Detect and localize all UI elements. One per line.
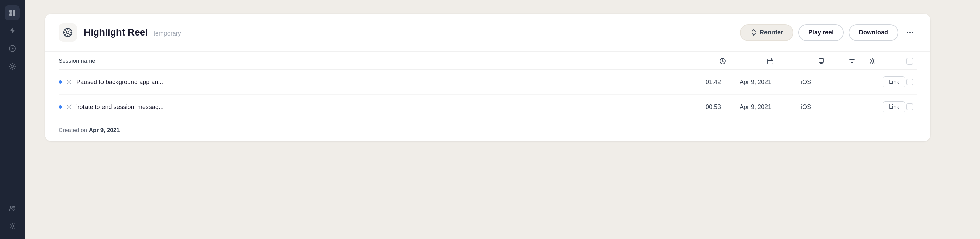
col-header-duration[interactable] (706, 58, 740, 64)
page-badge: temporary (154, 30, 181, 37)
svg-point-11 (67, 28, 68, 30)
more-options-button[interactable] (903, 26, 917, 39)
col-header-date[interactable] (740, 58, 801, 64)
row1-checkbox[interactable] (907, 79, 913, 85)
reel-icon (62, 27, 73, 38)
table-header-row: Session name (59, 51, 917, 70)
header-title-group: Highlight Reel temporary (84, 27, 181, 38)
svg-point-14 (70, 32, 72, 33)
calendar-icon (767, 58, 774, 64)
row1-platform: iOS (801, 79, 842, 86)
footer-prefix: Created on (59, 127, 89, 133)
row2-dot (59, 105, 62, 109)
svg-point-6 (10, 206, 12, 208)
download-label: Download (859, 29, 888, 36)
reorder-button[interactable]: Reorder (740, 24, 794, 41)
row2-session: 'rotate to end session' messag... (59, 103, 706, 111)
svg-rect-0 (9, 10, 12, 13)
sidebar-icon-play[interactable] (5, 41, 20, 56)
svg-point-15 (65, 29, 66, 31)
row1-link-wrap: Link (883, 77, 903, 87)
platform-icon (818, 58, 825, 64)
row2-date: Apr 9, 2021 (740, 103, 801, 111)
table-row: Paused to background app an... 01:42 Apr… (59, 70, 917, 95)
row2-link-wrap: Link (883, 101, 903, 112)
reorder-icon (750, 29, 757, 36)
svg-rect-2 (9, 13, 12, 16)
svg-point-8 (11, 225, 13, 227)
highlight-reel-card: Highlight Reel temporary Reorder Play re… (45, 14, 930, 141)
page-title: Highlight Reel (84, 27, 148, 38)
row1-name: Paused to background app an... (76, 79, 163, 86)
svg-point-12 (67, 35, 68, 37)
svg-rect-3 (13, 13, 15, 16)
brightness-icon (869, 58, 876, 64)
more-icon (906, 29, 913, 36)
svg-rect-24 (819, 59, 824, 63)
footer-date: Apr 9, 2021 (89, 127, 120, 133)
row1-dot (59, 80, 62, 83)
col-header-session: Session name (59, 58, 706, 64)
row2-name: 'rotate to end session' messag... (76, 103, 164, 111)
duration-icon (719, 58, 726, 64)
svg-rect-1 (13, 10, 15, 13)
sessions-table: Session name (45, 51, 930, 119)
card-footer: Created on Apr 9, 2021 (45, 119, 930, 141)
svg-point-27 (68, 106, 70, 108)
header-checkbox[interactable] (907, 58, 913, 64)
col-header-platform[interactable] (801, 58, 842, 64)
row2-link-button[interactable]: Link (883, 101, 905, 112)
row1-date: Apr 9, 2021 (740, 79, 801, 86)
sidebar-icon-lightning[interactable] (5, 23, 20, 38)
row1-link-button[interactable]: Link (883, 77, 905, 87)
reorder-label: Reorder (760, 29, 783, 36)
play-reel-label: Play reel (808, 29, 834, 36)
row1-session: Paused to background app an... (59, 79, 706, 86)
table-row: 'rotate to end session' messag... 00:53 … (59, 95, 917, 119)
row2-duration: 00:53 (706, 103, 740, 111)
svg-point-17 (65, 34, 66, 35)
svg-point-20 (909, 32, 910, 33)
svg-point-21 (912, 32, 913, 33)
sidebar-icon-settings[interactable] (5, 218, 20, 234)
row2-sun-icon (66, 104, 72, 110)
col-session-label: Session name (59, 58, 95, 64)
svg-point-26 (68, 81, 70, 83)
svg-point-5 (11, 65, 13, 67)
sidebar-icon-grid[interactable] (5, 5, 20, 21)
row1-duration: 01:42 (706, 79, 740, 86)
svg-rect-23 (767, 59, 773, 64)
main-content: Highlight Reel temporary Reorder Play re… (24, 0, 980, 239)
row2-platform: iOS (801, 103, 842, 111)
play-reel-button[interactable]: Play reel (798, 24, 844, 41)
row1-checkbox-wrap (903, 79, 917, 85)
svg-point-7 (13, 207, 15, 208)
sidebar (0, 0, 24, 239)
col-header-filter[interactable] (842, 58, 862, 64)
row1-sun-icon (66, 79, 72, 85)
download-button[interactable]: Download (849, 24, 898, 41)
card-header: Highlight Reel temporary Reorder Play re… (45, 14, 930, 51)
svg-point-13 (64, 32, 65, 33)
svg-point-16 (70, 34, 71, 35)
header-actions: Reorder Play reel Download (740, 24, 917, 41)
filter-icon (849, 58, 855, 64)
row2-checkbox[interactable] (907, 103, 913, 110)
svg-point-19 (907, 32, 908, 33)
svg-point-25 (871, 60, 874, 63)
svg-point-18 (70, 29, 71, 31)
sidebar-icon-team[interactable] (5, 201, 20, 216)
row2-checkbox-wrap (903, 103, 917, 110)
sidebar-icon-sun[interactable] (5, 59, 20, 74)
col-header-brightness[interactable] (862, 58, 883, 64)
reel-icon-wrap (59, 23, 77, 42)
col-checkbox-header[interactable] (903, 58, 917, 64)
svg-point-10 (67, 31, 69, 34)
